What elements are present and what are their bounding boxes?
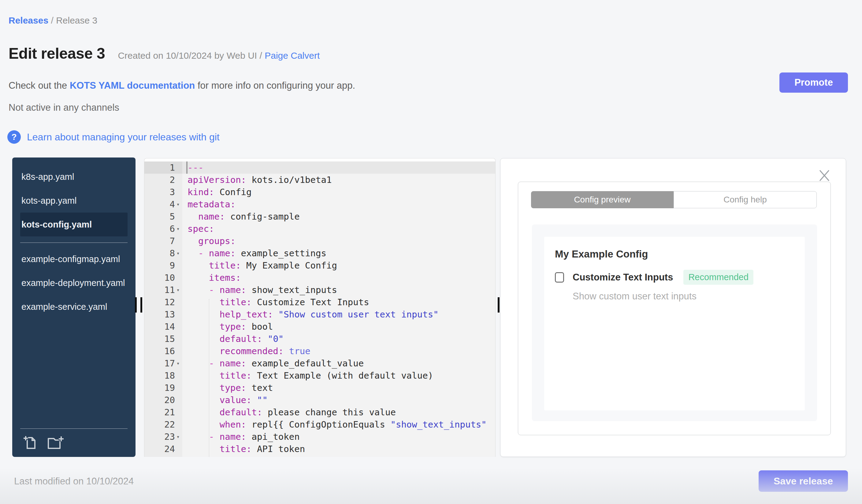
gutter-line-number: 4▾ [144, 198, 182, 210]
code-line-22[interactable]: 22 when: repl{{ ConfigOptionEquals "show… [144, 419, 495, 430]
code-line-9[interactable]: 9 title: My Example Config [144, 259, 495, 271]
sidebar-file-example-service.yaml[interactable]: example-service.yaml [20, 295, 128, 319]
yaml-editor[interactable]: 1---2apiVersion: kots.io/v1beta13kind: C… [144, 158, 496, 457]
code-line-20[interactable]: 20 value: "" [144, 394, 495, 406]
breadcrumb-separator: / [51, 15, 56, 25]
tab-config-preview[interactable]: Config preview [531, 191, 674, 208]
code-text: - name: show_text_inputs [182, 284, 495, 296]
code-text: title: My Example Config [182, 259, 495, 271]
code-text: type: text [182, 382, 495, 394]
author-link[interactable]: Paige Calvert [265, 51, 319, 61]
gutter-line-number: 8▾ [144, 247, 182, 259]
code-line-15[interactable]: 15 default: "0" [144, 333, 495, 345]
gutter-line-number: 9 [144, 259, 182, 271]
new-folder-icon[interactable] [47, 434, 65, 451]
gutter-line-number: 14 [144, 320, 182, 333]
code-line-6[interactable]: 6▾spec: [144, 223, 495, 235]
fold-arrow-icon[interactable]: ▾ [175, 430, 182, 443]
code-line-21[interactable]: 21 default: please change this value [144, 406, 495, 419]
code-line-1[interactable]: 1--- [144, 161, 495, 174]
code-line-11[interactable]: 11▾ - name: show_text_inputs [144, 284, 495, 296]
sidebar-file-kots-config.yaml[interactable]: kots-config.yaml [20, 213, 128, 236]
code-line-23[interactable]: 23▾ - name: api_token [144, 430, 495, 443]
code-text: recommended: true [182, 345, 495, 357]
sidebar-file-kots-app.yaml[interactable]: kots-app.yaml [20, 189, 128, 213]
code-line-17[interactable]: 17▾ - name: example_default_value [144, 357, 495, 369]
gutter-line-number: 2 [144, 174, 182, 186]
preview-tab-bar: Config preview Config help [531, 191, 817, 208]
breadcrumb-current: Release 3 [56, 15, 97, 25]
kots-docs-link[interactable]: KOTS YAML documentation [70, 80, 195, 91]
preview-content-area: My Example Config Customize Text Inputs … [532, 225, 817, 421]
docs-info-suffix: for more info on configuring your app. [195, 80, 355, 91]
docs-info-prefix: Check out the [9, 80, 70, 91]
code-text: help_text: "Show custom user text inputs… [182, 308, 495, 320]
code-text: apiVersion: kots.io/v1beta1 [182, 174, 495, 186]
customize-text-inputs-checkbox[interactable] [555, 272, 564, 282]
code-text: - name: api_token [182, 430, 495, 443]
code-line-16[interactable]: 16 recommended: true [144, 345, 495, 357]
config-group-title: My Example Config [555, 248, 805, 260]
sidebar-file-k8s-app.yaml[interactable]: k8s-app.yaml [20, 165, 128, 189]
fold-arrow-icon[interactable]: ▾ [175, 247, 182, 259]
fold-arrow-icon[interactable]: ▾ [175, 223, 182, 235]
code-line-12[interactable]: 12 title: Customize Text Inputs [144, 296, 495, 308]
config-preview-card: Config preview Config help My Example Co… [518, 182, 831, 435]
gutter-line-number: 22 [144, 419, 182, 430]
config-item-help-text: Show custom user text inputs [555, 291, 805, 302]
gutter-line-number: 25 [144, 455, 182, 457]
gutter-line-number: 3 [144, 186, 182, 198]
breadcrumb-releases-link[interactable]: Releases [9, 15, 48, 25]
gutter-line-number: 20 [144, 394, 182, 406]
code-line-24[interactable]: 24 title: API token [144, 443, 495, 455]
code-line-14[interactable]: 14 type: bool [144, 320, 495, 333]
editor-rows: 1---2apiVersion: kots.io/v1beta13kind: C… [144, 161, 495, 457]
config-preview-pane: Config preview Config help My Example Co… [500, 158, 846, 457]
code-text: spec: [182, 223, 495, 235]
question-mark-icon: ? [7, 130, 21, 144]
sidebar-actions [20, 434, 128, 451]
gutter-line-number: 5 [144, 210, 182, 223]
recommended-badge: Recommended [683, 270, 754, 285]
gutter-line-number: 23▾ [144, 430, 182, 443]
close-icon[interactable] [818, 169, 831, 182]
code-text: value: "" [182, 394, 495, 406]
code-line-5[interactable]: 5 name: config-sample [144, 210, 495, 223]
code-line-3[interactable]: 3kind: Config [144, 186, 495, 198]
sidebar-file-example-deployment.yaml[interactable]: example-deployment.yaml [20, 271, 128, 295]
code-text: groups: [182, 235, 495, 247]
promote-button[interactable]: Promote [780, 72, 848, 93]
code-line-8[interactable]: 8▾ - name: example_settings [144, 247, 495, 259]
learn-git-label: Learn about managing your releases with … [27, 132, 220, 143]
fold-arrow-icon[interactable]: ▾ [175, 357, 182, 369]
code-text: name: config-sample [182, 210, 495, 223]
learn-git-link[interactable]: ? Learn about managing your releases wit… [7, 130, 220, 144]
gutter-line-number: 15 [144, 333, 182, 345]
gutter-line-number: 18 [144, 369, 182, 382]
code-line-10[interactable]: 10 items: [144, 271, 495, 284]
sidebar-resize-handle[interactable] [135, 297, 142, 313]
gutter-line-number: 13 [144, 308, 182, 320]
code-text: --- [182, 161, 495, 174]
code-line-7[interactable]: 7 groups: [144, 235, 495, 247]
gutter-line-number: 1 [144, 161, 182, 174]
new-file-icon[interactable] [22, 434, 39, 451]
gutter-line-number: 21 [144, 406, 182, 419]
fold-arrow-icon[interactable]: ▾ [175, 198, 182, 210]
code-line-4[interactable]: 4▾metadata: [144, 198, 495, 210]
code-line-18[interactable]: 18 title: Text Example (with default val… [144, 369, 495, 382]
code-line-25[interactable]: 25 type: password [144, 455, 495, 457]
fold-arrow-icon[interactable]: ▾ [175, 284, 182, 296]
code-text: default: please change this value [182, 406, 495, 419]
code-line-13[interactable]: 13 help_text: "Show custom user text inp… [144, 308, 495, 320]
code-text: title: Customize Text Inputs [182, 296, 495, 308]
code-text: title: Text Example (with default value) [182, 369, 495, 382]
sidebar-file-example-configmap.yaml[interactable]: example-configmap.yaml [20, 247, 128, 271]
tab-config-help[interactable]: Config help [674, 191, 817, 208]
code-line-2[interactable]: 2apiVersion: kots.io/v1beta1 [144, 174, 495, 186]
code-text: type: bool [182, 320, 495, 333]
code-text: type: password [182, 455, 495, 457]
indent-guide [209, 299, 209, 457]
text-cursor [186, 161, 187, 174]
code-line-19[interactable]: 19 type: text [144, 382, 495, 394]
